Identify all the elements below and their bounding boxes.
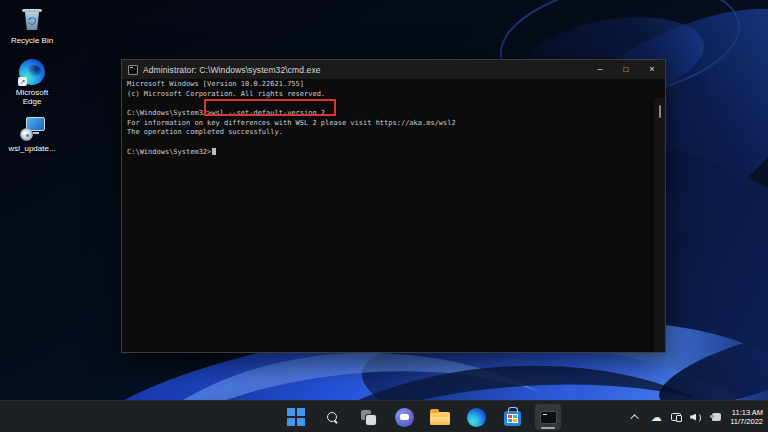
console-scrollbar[interactable]: [654, 98, 665, 352]
maximize-button[interactable]: □: [613, 60, 639, 79]
desktop-icon-label: Microsoft Edge: [9, 88, 55, 106]
window-title: Administrator: C:\Windows\system32\cmd.e…: [143, 65, 321, 75]
text-cursor: [212, 148, 216, 155]
desktop-icon-microsoft-edge[interactable]: ↗ Microsoft Edge: [0, 58, 64, 106]
clock[interactable]: 11:13 AM 11/7/2022: [730, 408, 765, 427]
shortcut-arrow-icon: ↗: [18, 77, 27, 86]
pen-icon: [712, 413, 721, 421]
cmd-taskbar-button[interactable]: [535, 404, 561, 430]
file-explorer-button[interactable]: [427, 404, 453, 430]
search-icon: [327, 412, 338, 423]
active-app-indicator: [541, 427, 555, 429]
window-titlebar[interactable]: Administrator: C:\Windows\system32\cmd.e…: [122, 60, 665, 79]
cmd-window: Administrator: C:\Windows\system32\cmd.e…: [121, 59, 666, 353]
folder-icon: [430, 412, 450, 425]
task-view-button[interactable]: [355, 404, 381, 430]
recycle-bin-icon: [18, 6, 46, 34]
chevron-up-icon: [631, 414, 639, 422]
console-output: Microsoft Windows [Version 10.0.22621.75…: [127, 80, 456, 158]
scrollbar-thumb[interactable]: [659, 105, 662, 118]
edge-icon: [467, 408, 486, 427]
onedrive-tray-button[interactable]: ☁: [650, 410, 662, 424]
minimize-button[interactable]: –: [587, 60, 613, 79]
volume-tray-button[interactable]: [690, 410, 702, 424]
chat-icon: [395, 408, 414, 427]
network-tray-button[interactable]: [670, 410, 682, 424]
hidden-icons-button[interactable]: [630, 410, 642, 424]
speaker-icon: [690, 412, 702, 422]
cmd-icon: [128, 65, 138, 75]
desktop-icon-label: wsl_update...: [0, 144, 64, 153]
desktop-icon-recycle-bin[interactable]: Recycle Bin: [0, 6, 64, 45]
edge-button[interactable]: [463, 404, 489, 430]
edge-icon: ↗: [18, 58, 46, 86]
console[interactable]: Microsoft Windows [Version 10.0.22621.75…: [122, 79, 665, 352]
console-line-info: For information on key differences with …: [127, 119, 456, 129]
close-button[interactable]: ×: [639, 60, 665, 79]
task-view-icon: [361, 410, 376, 425]
installer-icon: [18, 114, 46, 142]
pen-tray-button[interactable]: [710, 410, 722, 424]
windows-logo-icon: [287, 408, 305, 426]
start-button[interactable]: [283, 404, 309, 430]
desktop-icon-wsl-update[interactable]: wsl_update...: [0, 114, 64, 153]
cloud-icon: ☁: [651, 410, 662, 424]
store-icon: [504, 411, 521, 426]
cmd-icon: [540, 411, 557, 424]
console-line-version: Microsoft Windows [Version 10.0.22621.75…: [127, 80, 456, 90]
tray-time: 11:13 AM: [730, 408, 763, 418]
store-button[interactable]: [499, 404, 525, 430]
desktop: Recycle Bin ↗ Microsoft Edge wsl_update.…: [0, 0, 768, 432]
command-highlight-box: [204, 99, 336, 116]
console-prompt-line: C:\Windows\System32>: [127, 148, 456, 158]
chat-button[interactable]: [391, 404, 417, 430]
console-line-copyright: (c) Microsoft Corporation. All rights re…: [127, 90, 456, 100]
desktop-icon-label: Recycle Bin: [0, 36, 64, 45]
console-line-result: The operation completed successfully.: [127, 128, 456, 138]
taskbar: ☁ 11:13 AM 11/7/2022: [0, 400, 768, 432]
tray-date: 11/7/2022: [730, 417, 763, 427]
search-button[interactable]: [319, 404, 345, 430]
network-display-icon: [671, 413, 681, 421]
